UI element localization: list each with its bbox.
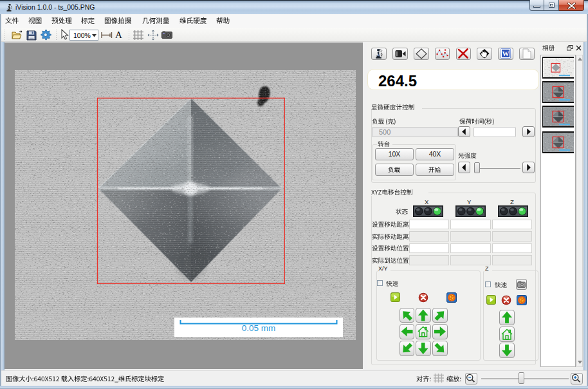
svg-text:0.05 mm: 0.05 mm — [242, 323, 276, 333]
svg-text:W: W — [502, 50, 510, 57]
